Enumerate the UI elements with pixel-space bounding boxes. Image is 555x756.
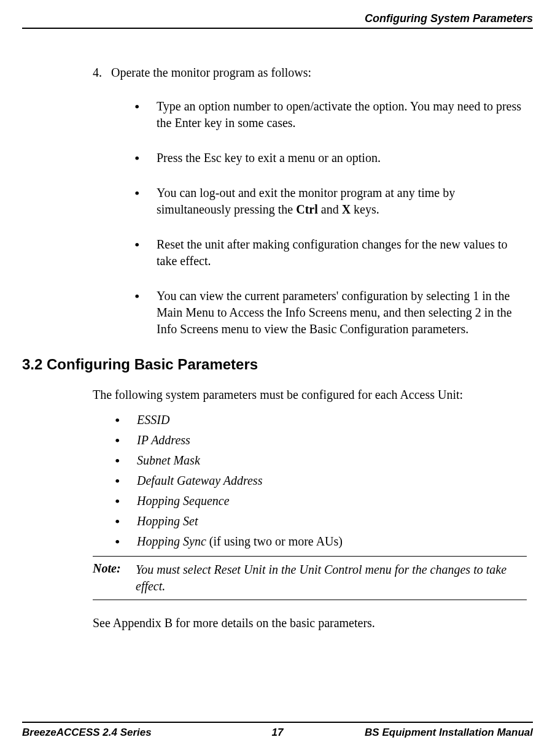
list-item: Hopping Set (115, 513, 527, 530)
note-box: Note: You must select Reset Unit in the … (93, 556, 527, 600)
list-item: Subnet Mask (115, 452, 527, 469)
section-3-2-heading: 3.2 Configuring Basic Parameters (22, 356, 527, 373)
list-item: Default Gateway Address (115, 472, 527, 489)
section-intro: The following system parameters must be … (93, 387, 527, 403)
step-4: 4. Operate the monitor program as follow… (93, 66, 527, 80)
footer-left: BreezeACCESS 2.4 Series (22, 727, 152, 739)
bullet-item: Reset the unit after making configuratio… (134, 236, 527, 269)
bullet-item: You can log-out and exit the monitor pro… (134, 185, 527, 218)
step-text: Operate the monitor program as follows: (111, 66, 527, 80)
closing-paragraph: See Appendix B for more details on the b… (93, 615, 527, 631)
list-item: Hopping Sequence (115, 493, 527, 509)
footer-right: BS Equipment Installation Manual (365, 727, 533, 739)
list-item: Hopping Sync (if using two or more AUs) (115, 533, 527, 550)
header-title: Configuring System Parameters (365, 12, 533, 25)
page-footer: BreezeACCESS 2.4 Series 17 BS Equipment … (22, 722, 533, 739)
bullet-item: You can view the current parameters' con… (134, 288, 527, 338)
footer-page-number: 17 (272, 727, 284, 739)
note-label: Note: (93, 561, 136, 595)
bullet-item: Type an option number to open/activate t… (134, 98, 527, 131)
parameter-list: ESSID IP Address Subnet Mask Default Gat… (93, 412, 527, 550)
list-item: IP Address (115, 432, 527, 449)
note-text: You must select Reset Unit in the Unit C… (136, 561, 527, 595)
step-4-bullets: Type an option number to open/activate t… (93, 98, 527, 338)
bullet-item: Press the Esc key to exit a menu or an o… (134, 150, 527, 166)
list-item: ESSID (115, 412, 527, 428)
step-number: 4. (93, 66, 111, 80)
page-header: Configuring System Parameters (22, 12, 533, 29)
page-content: 4. Operate the monitor program as follow… (22, 66, 533, 631)
